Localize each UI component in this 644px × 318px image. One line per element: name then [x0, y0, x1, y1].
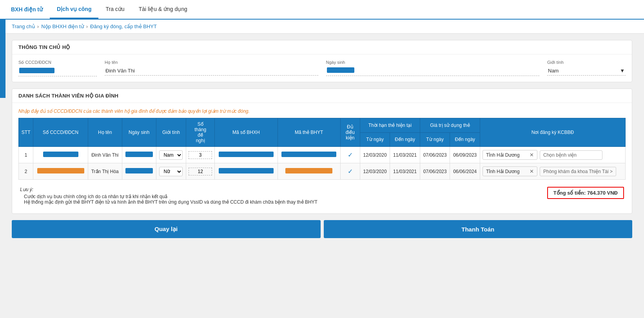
province-select-2[interactable]: Tỉnh Hải Dương ✕ [483, 166, 537, 176]
td-noidangky-2[interactable]: Tỉnh Hải Dương ✕ Phòng khám đa khoa Thiệ… [480, 163, 626, 180]
breadcrumb-trang-chu[interactable]: Trang chủ [12, 23, 35, 29]
breadcrumb-sep-1: › [37, 23, 39, 29]
td-giatri-tu-2: 07/06/2023 [420, 163, 450, 180]
ngaysinh-2-blurred [125, 168, 153, 173]
back-button[interactable]: Quay lại [12, 220, 321, 238]
td-gioitinh-2[interactable]: Nữ Nam [156, 163, 186, 180]
select-gioitinh-1[interactable]: Nam Nữ [159, 150, 183, 160]
note-item-1: Cước dịch vụ bưu chính công ích do cá nh… [24, 194, 317, 199]
td-stt-2: 2 [19, 163, 33, 180]
breadcrumb-sep-2: › [86, 23, 88, 29]
td-noidangky-1[interactable]: Tỉnh Hải Dương ✕ Chọn bệnh viện [480, 147, 626, 163]
td-sothang-2[interactable] [186, 163, 215, 180]
value-ho-ten: Đinh Văn Thi [105, 66, 318, 76]
gioi-tinh-dropdown-icon: ▼ [620, 68, 625, 74]
td-ngaysinh-2[interactable] [122, 163, 156, 180]
nav-dich-vu-cong[interactable]: Dịch vụ công [50, 0, 98, 19]
hospital-input-2[interactable]: Phòng khám đa khoa Thiện Tài > [540, 167, 616, 176]
field-so-cccd: Số CCCD/ĐDCN [18, 60, 97, 76]
label-gioi-tinh: Giới tính [547, 60, 626, 65]
province-label-1: Tỉnh Hải Dương [486, 152, 520, 158]
td-mabhxh-2[interactable] [215, 163, 278, 180]
notes-section: Lưu ý: Cước dịch vụ bưu chính công ích d… [18, 184, 319, 208]
province-clear-1[interactable]: ✕ [530, 152, 534, 158]
th-so-thang: Sốthángđềnghị [186, 118, 215, 147]
left-sidebar-indicator [0, 20, 5, 98]
nav-tra-cuu[interactable]: Tra cứu [98, 0, 131, 19]
td-gioitinh-1[interactable]: Nam Nữ [156, 147, 186, 163]
th-ma-so-bhxh: Mã số BHXH [215, 118, 278, 147]
main-content: THÔNG TIN CHỦ HỘ Số CCCD/ĐDCN Họ tên Đin… [0, 34, 644, 317]
td-cccd-1[interactable] [33, 147, 88, 163]
td-stt-1: 1 [19, 147, 33, 163]
td-hoten-1: Đinh Văn Thi [88, 147, 122, 163]
td-mabhyt-1[interactable] [278, 147, 340, 163]
input-sothang-1[interactable] [189, 151, 212, 159]
td-giatri-den-2: 06/06/2024 [450, 163, 480, 180]
chu-ho-section: THÔNG TIN CHỦ HỘ Số CCCD/ĐDCN Họ tên Đin… [12, 40, 632, 82]
td-mabhyt-2[interactable] [278, 163, 340, 180]
table-row: 1 Đinh Văn Thi Nam Nữ [19, 147, 626, 163]
td-thoihangtu-1: 12/03/2020 [360, 147, 390, 163]
so-cccd-blurred [19, 68, 54, 73]
label-ngay-sinh: Ngày sinh [326, 60, 540, 65]
field-ngay-sinh: Ngày sinh [326, 60, 540, 76]
danh-sach-title: DANH SÁCH THÀNH VIÊN HỘ GIA ĐÌNH [12, 89, 632, 103]
chu-ho-body: Số CCCD/ĐDCN Họ tên Đinh Văn Thi Ngày si… [12, 54, 632, 82]
th-ho-ten: Họ tên [88, 118, 122, 147]
province-clear-2[interactable]: ✕ [530, 168, 534, 174]
td-ngaysinh-1[interactable] [122, 147, 156, 163]
note-item-2: Hệ thống mặc định gửi thẻ BHYT điện tử v… [24, 199, 317, 205]
th-thoi-han-group: Thời hạn thẻ hiện tại [360, 118, 420, 133]
th-ngay-sinh: Ngày sinh [122, 118, 156, 147]
td-cccd-2[interactable] [33, 163, 88, 180]
value-ngay-sinh[interactable] [326, 66, 540, 76]
hospital-input-1[interactable]: Chọn bệnh viện [540, 150, 602, 160]
th-gia-tri-den: Đến ngày [450, 132, 480, 147]
pay-button[interactable]: Thanh Toán [324, 220, 633, 238]
total-box: Tổng số tiền: 764.370 VNĐ [547, 187, 624, 199]
mabhxh-1-blurred [219, 152, 274, 157]
th-thoi-han-tu: Từ ngày [360, 132, 390, 147]
members-table: STT Số CCCD/ĐDCN Họ tên Ngày sinh Giới t… [18, 118, 626, 180]
th-stt: STT [19, 118, 33, 147]
nav-tai-lieu[interactable]: Tài liệu & ứng dụng [132, 0, 194, 19]
td-mabhxh-1[interactable] [215, 147, 278, 163]
td-giatri-tu-1: 07/06/2023 [420, 147, 450, 163]
td-thoihanden-1: 11/03/2021 [390, 147, 420, 163]
danh-sach-note: Nhập đầy đủ số CCCD/ĐDCN của các thành v… [18, 108, 626, 114]
cccd-2-blurred [37, 168, 84, 173]
td-sothang-1[interactable] [186, 147, 215, 163]
province-select-1[interactable]: Tỉnh Hải Dương ✕ [483, 150, 537, 160]
th-noi-dang-ky: Nơi đăng ký KCBBĐ [480, 118, 626, 147]
label-ho-ten: Họ tên [105, 60, 318, 65]
th-ma-the-bhyt: Mã thẻ BHYT [278, 118, 340, 147]
th-gia-tri-tu: Từ ngày [420, 132, 450, 147]
mabhyt-1-blurred [281, 152, 336, 157]
bottom-buttons: Quay lại Thanh Toán [12, 220, 632, 238]
td-thoihanden-2: 11/03/2021 [390, 163, 420, 180]
province-label-2: Tỉnh Hải Dương [486, 169, 520, 174]
th-gia-tri-group: Giá trị sử dụng thẻ [420, 118, 480, 133]
total-value: 764.370 VNĐ [587, 190, 618, 196]
value-so-cccd[interactable] [18, 66, 97, 76]
th-thoi-han-den: Đến ngày [390, 132, 420, 147]
label-so-cccd: Số CCCD/ĐDCN [18, 60, 97, 65]
th-du-dieu-kien: Đủđiềukiện [340, 118, 360, 147]
select-gioitinh-2[interactable]: Nữ Nam [159, 167, 183, 176]
table-wrapper[interactable]: STT Số CCCD/ĐDCN Họ tên Ngày sinh Giới t… [18, 118, 626, 180]
breadcrumb-nop-bhxh[interactable]: Nộp BHXH điện tử [41, 23, 84, 29]
td-dudieukien-1: ✓ [340, 147, 360, 163]
top-nav: BXH điện tử Dịch vụ công Tra cứu Tài liệ… [0, 0, 644, 20]
td-giatri-den-1: 06/09/2023 [450, 147, 480, 163]
chu-ho-form-row: Số CCCD/ĐDCN Họ tên Đinh Văn Thi Ngày si… [18, 60, 626, 76]
breadcrumb: Trang chủ › Nộp BHXH điện tử › Đăng ký đ… [0, 20, 644, 34]
td-dudieukien-2: ✓ [340, 163, 360, 180]
input-sothang-2[interactable] [189, 168, 212, 175]
value-gioi-tinh[interactable]: Nam ▼ [547, 66, 626, 76]
th-gioi-tinh: Giới tính [156, 118, 186, 147]
ngaysinh-1-blurred [125, 152, 153, 157]
total-label: Tổng số tiền: [553, 190, 586, 196]
check-1: ✓ [348, 152, 353, 158]
td-thoihangtu-2: 12/03/2020 [360, 163, 390, 180]
